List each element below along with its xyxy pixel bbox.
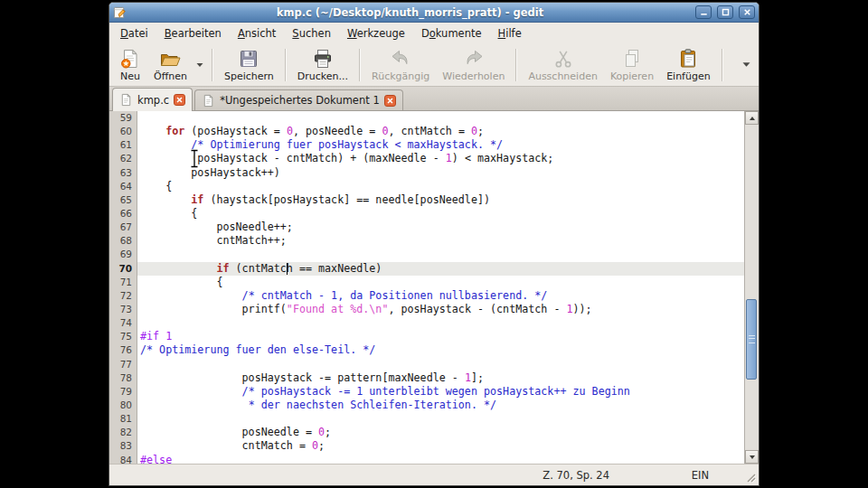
code-line[interactable]: 84#else [109,454,744,464]
redo-button-label: Wiederholen [442,70,505,82]
undo-icon [390,48,411,70]
code-line[interactable]: 79 /* posHaystack -= 1 unterbleibt wegen… [109,385,744,399]
scroll-down-button[interactable] [745,450,759,464]
scroll-up-button[interactable] [745,111,759,125]
line-number: 69 [109,248,137,261]
undo-button[interactable]: Rückgängig [365,44,436,86]
redo-button[interactable]: Wiederholen [436,44,511,86]
code-line[interactable]: 77 [109,358,744,371]
code-line[interactable]: 76/* Optimierung fuer den else-Teil. */ [109,343,744,357]
code-text[interactable]: printf("Found at %d.\n", posHaystack - (… [137,303,744,316]
code-text[interactable] [137,248,744,261]
code-text[interactable]: /* posHaystack -= 1 unterbleibt wegen po… [137,385,744,399]
code-text[interactable]: /* Optimierung fuer posHaystack < maxHay… [137,138,744,152]
cut-button[interactable]: Ausschneiden [522,44,604,86]
cursor-position-label: Z. 70, Sp. 24 [542,469,609,482]
code-line[interactable]: 67 posNeedle++; [109,221,744,234]
code-line[interactable]: 63 posHaystack++) [109,166,744,180]
paste-button[interactable]: Einfügen [660,44,717,86]
editor-area: 5960 for (posHaystack = 0, posNeedle = 0… [109,111,759,464]
menu-item-bearbeiten[interactable]: Bearbeiten [156,24,230,42]
code-text[interactable]: /* cntMatch - 1, da Positionen nullbasie… [137,289,744,303]
print-icon [312,48,334,70]
scrollbar-thumb[interactable] [746,299,757,380]
code-line[interactable]: 59 [109,111,744,125]
code-text[interactable]: #else [137,454,744,464]
code-text[interactable]: { [137,180,744,193]
minimize-button[interactable] [695,5,712,19]
menu-item-datei[interactable]: Datei [112,24,156,42]
code-line[interactable]: 75#if 1 [109,330,744,343]
copy-button[interactable]: Kopieren [604,44,660,86]
line-number: 64 [109,180,137,193]
line-number: 62 [109,152,137,165]
tab-close-button[interactable] [174,94,185,106]
menu-item-werkzeuge[interactable]: Werkzeuge [339,24,413,42]
tab-close-button[interactable] [384,95,396,107]
code-text[interactable] [137,111,744,125]
code-text[interactable]: for (posHaystack = 0, posNeedle = 0, cnt… [137,125,744,138]
new-button[interactable]: Neu [113,44,147,86]
code-text[interactable]: { [137,207,744,221]
code-text[interactable]: posHaystack++) [137,166,744,180]
code-text[interactable]: if (cntMatch == maxNeedle) [137,262,744,276]
code-line[interactable]: 74 [109,316,744,330]
print-button[interactable]: Drucken... [291,44,354,86]
code-line[interactable]: 66 { [109,207,744,221]
close-icon [742,7,752,17]
code-line[interactable]: 83 cntMatch = 0; [109,439,744,453]
open-button-dropdown[interactable] [193,46,207,84]
code-text[interactable]: posNeedle++; [137,221,744,234]
open-button[interactable]: Öffnen [147,44,193,86]
text-caret [287,263,288,275]
code-line[interactable]: 81 [109,412,744,426]
code-line[interactable]: 82 posNeedle = 0; [109,426,744,439]
close-button[interactable] [739,5,755,19]
vertical-scrollbar[interactable] [744,111,759,464]
code-text[interactable]: #if 1 [137,330,744,343]
code-rows[interactable]: 5960 for (posHaystack = 0, posNeedle = 0… [109,111,744,464]
line-number: 84 [109,454,137,464]
code-text[interactable]: if (haystack[posHaystack] == needle[posN… [137,193,744,207]
resize-grip[interactable] [745,472,757,483]
menu-item-ansicht[interactable]: Ansicht [230,24,284,42]
code-text[interactable]: * der naechsten Schleifen-Iteration. */ [137,399,744,412]
code-line[interactable]: 69 [109,248,744,261]
cut-button-label: Ausschneiden [528,70,598,82]
code-line[interactable]: 72 /* cntMatch - 1, da Positionen nullba… [109,289,744,303]
tab-unsaved-document[interactable]: *Ungespeichertes Dokument 1 [194,89,403,110]
menu-bar: DateiBearbeitenAnsichtSuchenWerkzeugeDok… [109,23,759,43]
code-line[interactable]: 60 for (posHaystack = 0, posNeedle = 0, … [109,125,744,138]
save-button[interactable]: Speichern [218,44,280,86]
code-line[interactable]: 71 { [109,276,744,289]
code-text[interactable] [137,412,744,426]
code-line[interactable]: 64 { [109,180,744,193]
code-text[interactable] [137,316,744,330]
code-text[interactable]: (posHaystack - cntMatch) + (maxNeedle - … [137,152,744,165]
open-button-label: Öffnen [154,70,187,82]
menu-item-hilfe[interactable]: Hilfe [490,24,530,42]
code-text[interactable]: cntMatch = 0; [137,439,744,453]
code-text[interactable] [137,358,744,371]
code-line[interactable]: 62 (posHaystack - cntMatch) + (maxNeedle… [109,152,744,165]
maximize-button[interactable] [717,5,733,19]
toolbar-overflow-button[interactable] [738,52,754,79]
menu-item-dokumente[interactable]: Dokumente [413,24,490,42]
code-line[interactable]: 61 /* Optimierung fuer posHaystack < max… [109,138,744,152]
line-number: 60 [109,125,137,138]
code-text[interactable]: posNeedle = 0; [137,426,744,439]
code-line[interactable]: 68 cntMatch++; [109,234,744,248]
tab-kmp-c[interactable]: kmp.c [112,88,193,111]
code-line[interactable]: 70 if (cntMatch == maxNeedle) [109,262,744,276]
title-bar[interactable]: kmp.c (~/Desktop/knuth_morris_pratt) - g… [109,3,759,23]
code-text[interactable]: /* Optimierung fuer den else-Teil. */ [137,343,744,357]
code-line[interactable]: 65 if (haystack[posHaystack] == needle[p… [109,193,744,207]
code-text[interactable]: { [137,276,744,289]
code-text[interactable]: cntMatch++; [137,234,744,248]
code-line[interactable]: 78 posHaystack -= pattern[maxNeedle - 1]… [109,371,744,385]
paste-button-label: Einfügen [666,70,711,82]
code-line[interactable]: 80 * der naechsten Schleifen-Iteration. … [109,399,744,412]
code-text[interactable]: posHaystack -= pattern[maxNeedle - 1]; [137,371,744,385]
code-line[interactable]: 73 printf("Found at %d.\n", posHaystack … [109,303,744,316]
menu-item-suchen[interactable]: Suchen [284,24,339,42]
